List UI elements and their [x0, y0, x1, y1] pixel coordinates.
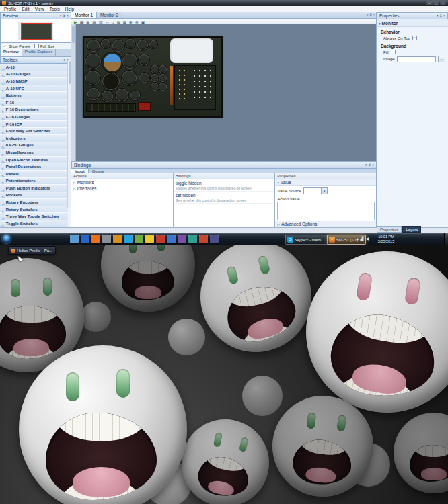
network-icon[interactable] — [361, 237, 364, 241]
monitor-section[interactable]: Monitor — [377, 19, 448, 27]
toolbox-category[interactable]: F-16 ICP — [0, 121, 68, 128]
close-icon[interactable] — [67, 14, 69, 17]
pin-icon[interactable] — [368, 163, 371, 167]
snap-to-grid-icon[interactable]: ⊞ — [86, 20, 89, 24]
align-top-icon[interactable]: ▥ — [99, 20, 103, 24]
fit-to-window-icon[interactable]: ▣ — [141, 20, 145, 24]
pinned-app-icon[interactable] — [70, 235, 79, 243]
toolbox-category[interactable]: KA-50 Gauges — [0, 142, 68, 150]
taskbar-clock[interactable]: 10:01 PM 5/05/2015 — [371, 235, 401, 244]
toolbox-category[interactable]: Open Falcon Textures — [0, 157, 68, 164]
pin-icon[interactable] — [439, 14, 442, 17]
tab-layers[interactable]: Layers — [402, 226, 421, 233]
toolbox-category[interactable]: Panels — [0, 171, 68, 178]
tab-properties[interactable]: Properties — [377, 226, 402, 233]
toolbox-panel-header[interactable]: Toolbox — [0, 56, 71, 64]
always-on-top-checkbox[interactable] — [412, 36, 417, 40]
toolbox-category[interactable]: Push Button Indicators — [0, 185, 68, 192]
toolbox-category[interactable]: A-10 UFC — [0, 85, 68, 93]
close-button[interactable]: × — [440, 1, 446, 5]
pinned-app-icon[interactable] — [178, 235, 186, 243]
advanced-options-section[interactable]: Advanced Options — [275, 221, 377, 227]
binding-item[interactable]: toggle hidden Toggles whether this contr… — [174, 179, 275, 192]
pin-icon[interactable] — [369, 13, 372, 17]
menu-item[interactable]: Help — [63, 6, 77, 12]
pinned-app-icon[interactable] — [188, 235, 197, 243]
hidden-icons-button[interactable] — [357, 237, 359, 241]
chevron-down-icon[interactable] — [437, 14, 439, 17]
chevron-down-icon[interactable] — [367, 13, 369, 17]
toolbox-category[interactable]: A-10 Gauges — [0, 71, 68, 79]
chevron-down-icon[interactable] — [60, 14, 62, 17]
pinned-app-icon[interactable] — [145, 235, 154, 243]
menu-item[interactable]: View — [32, 6, 47, 12]
pinned-app-icon[interactable] — [102, 235, 111, 243]
taskbar-button-skype[interactable]: S Skype™ - mathi... — [285, 235, 328, 245]
monitor-canvas[interactable] — [71, 24, 377, 161]
show-desktop-button[interactable] — [444, 233, 448, 245]
tab-profile-explorer[interactable]: Profile Explorer — [22, 49, 56, 56]
actions-tree-item[interactable]: Interfaces — [71, 185, 173, 192]
toolbox-category[interactable]: Rotary Switches — [0, 206, 68, 214]
toolbox-category[interactable]: Four Way Hat Switches — [0, 128, 68, 135]
preview-viewport[interactable] — [0, 19, 71, 43]
close-icon[interactable] — [443, 14, 445, 17]
pinned-app-icon[interactable] — [156, 235, 165, 243]
zoom-out-icon[interactable]: ⊖ — [135, 20, 139, 24]
value-source-select[interactable] — [303, 187, 328, 194]
actions-tree-item[interactable]: Monitors — [71, 179, 173, 185]
toolbox-category[interactable]: Rotary Encoders — [0, 199, 68, 206]
pin-icon[interactable] — [63, 14, 65, 17]
menu-item[interactable]: Edit — [19, 6, 32, 12]
volume-icon[interactable] — [365, 237, 369, 241]
maximize-button[interactable]: □ — [433, 1, 439, 5]
preview-panel-header[interactable]: Preview — [0, 12, 71, 19]
close-icon[interactable] — [372, 163, 374, 167]
properties-panel-header[interactable]: Properties — [377, 12, 448, 19]
toolbox-category[interactable]: F-16 Decorations — [0, 107, 68, 114]
send-to-back-icon[interactable]: ⊠ — [123, 20, 126, 24]
canvas-scrollbar[interactable] — [71, 24, 76, 161]
toolbox-category[interactable]: Miscellaneous — [0, 149, 68, 157]
zoom-in-icon[interactable]: ⊕ — [129, 20, 133, 24]
menu-item[interactable]: Tools — [47, 6, 63, 12]
bindings-panel-header[interactable]: Bindings — [71, 161, 377, 169]
distribute-horizontal-icon[interactable]: ↔ — [106, 20, 110, 24]
run-profile-icon[interactable]: ▶ — [74, 20, 77, 24]
toolbox-category[interactable]: Indicators — [0, 135, 68, 142]
toolbox-category[interactable]: Buttons — [0, 92, 68, 99]
chevron-down-icon[interactable] — [365, 163, 367, 167]
distribute-vertical-icon[interactable]: ↕ — [112, 20, 114, 24]
helios-window-titlebar[interactable]: Helios Profile - Pa... — [8, 246, 56, 255]
fill-checkbox[interactable] — [391, 50, 396, 54]
image-path-input[interactable] — [397, 56, 436, 62]
close-icon[interactable] — [373, 13, 375, 17]
window-titlebar[interactable]: SU-25T (T-1) v.1 - qwerty – □ × — [0, 0, 448, 6]
pinned-app-icon[interactable] — [135, 235, 143, 243]
action-value-input[interactable] — [277, 202, 375, 220]
chevron-down-icon[interactable] — [64, 58, 66, 62]
start-button[interactable] — [2, 235, 11, 243]
toolbox-category[interactable]: Panel Decorations — [0, 163, 68, 171]
toolbox-category[interactable]: F-16 Gauges — [0, 114, 68, 121]
menu-item[interactable]: Profile — [1, 6, 19, 12]
toolbox-category[interactable]: A-10 NMSP — [0, 78, 68, 85]
show-grid-icon[interactable]: ▦ — [80, 20, 84, 24]
browse-button[interactable]: ... — [438, 56, 445, 62]
value-section[interactable]: Value — [275, 179, 377, 186]
pinned-app-icon[interactable] — [167, 235, 176, 243]
pinned-app-icon[interactable] — [210, 235, 219, 243]
toolbox-category[interactable]: Rockers — [0, 192, 68, 200]
minimize-button[interactable]: – — [426, 1, 433, 5]
toolbox-category[interactable]: F-16 — [0, 99, 68, 107]
preview-panel-thumbnail[interactable] — [21, 23, 52, 40]
show-panels-checkbox[interactable] — [3, 44, 7, 48]
tab-preview[interactable]: Preview — [1, 49, 22, 56]
pinned-app-icon[interactable] — [91, 235, 100, 243]
toolbox-category[interactable]: Potentiometers — [0, 178, 68, 185]
align-left-icon[interactable]: ▤ — [92, 20, 96, 24]
pinned-app-icon[interactable] — [124, 235, 133, 243]
tab-monitor-2[interactable]: Monitor 2 — [97, 12, 122, 18]
pinned-app-icon[interactable] — [113, 235, 122, 243]
cockpit-panel-image[interactable] — [83, 36, 223, 118]
